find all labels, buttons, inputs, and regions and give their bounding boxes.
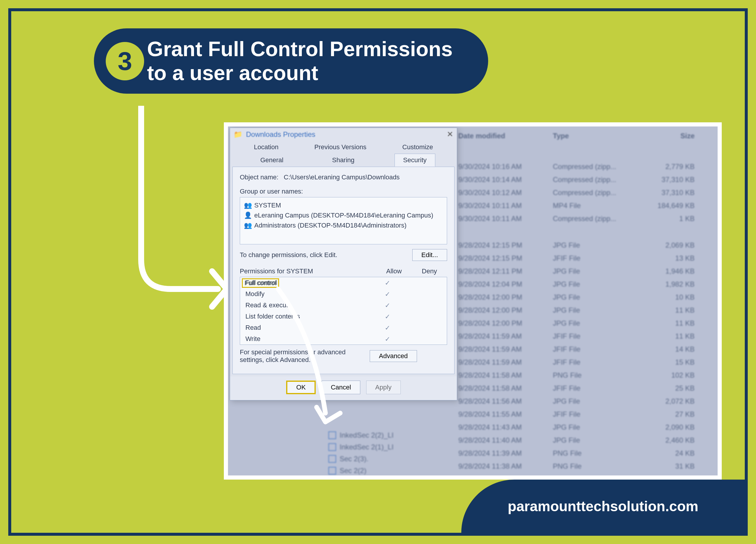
deny-checkbox[interactable] <box>420 279 427 286</box>
deny-checkbox[interactable] <box>420 302 427 309</box>
screenshot-panel: Date modified Type Size 9/30/2024 10:16 … <box>224 122 722 480</box>
file-icon <box>328 455 336 463</box>
col-deny: Deny <box>412 267 447 275</box>
security-tab-body: Object name: C:\Users\eLeraning Campus\D… <box>232 167 454 374</box>
deny-checkbox[interactable] <box>420 313 427 320</box>
explorer-file-item[interactable]: Sec 2(1) <box>328 477 394 480</box>
infographic-frame: 3 Grant Full Control Permissions to a us… <box>8 8 748 536</box>
dialog-footer: OK Cancel Apply <box>230 377 457 400</box>
explorer-row: 9/28/2024 11:59 AMJFIF File11 KB <box>458 330 709 343</box>
footer-banner: paramounttechsolution.com <box>461 480 745 533</box>
group-item[interactable]: 👥Administrators (DESKTOP-5M4D184\Adminis… <box>244 220 443 230</box>
file-icon <box>328 443 336 451</box>
step-title-line1: Grant Full Control Permissions <box>147 38 453 61</box>
explorer-row: 9/30/2024 10:11 AMCompressed (zipp...1 K… <box>458 212 709 225</box>
allow-checkbox[interactable]: ✓ <box>385 302 392 309</box>
dialog-titlebar: 📁 Downloads Properties ✕ <box>230 128 457 141</box>
step-header: 3 Grant Full Control Permissions to a us… <box>94 28 488 94</box>
col-allow: Allow <box>376 267 412 275</box>
explorer-row: 9/28/2024 11:38 AMPNG File78 KB <box>458 473 709 480</box>
explorer-row: 9/28/2024 11:38 AMPNG File31 KB <box>458 460 709 473</box>
ok-button[interactable]: OK <box>286 381 316 394</box>
advanced-button[interactable]: Advanced <box>370 350 417 362</box>
group-item[interactable]: 👥SYSTEM <box>244 200 443 210</box>
dialog-title-text: Downloads Properties <box>246 130 315 139</box>
explorer-row: 9/28/2024 11:40 AMJPG File2,460 KB <box>458 434 709 447</box>
object-name-label: Object name: <box>240 173 278 181</box>
tab-previous-versions[interactable]: Previous Versions <box>306 141 375 154</box>
properties-dialog: 📁 Downloads Properties ✕ LocationPreviou… <box>230 128 457 400</box>
explorer-row: 9/28/2024 12:11 PMJPG File1,946 KB <box>458 265 709 278</box>
tab-customize[interactable]: Customize <box>394 141 441 154</box>
tab-sharing[interactable]: Sharing <box>323 154 363 167</box>
group-user-list[interactable]: 👥SYSTEM👤eLeraning Campus (DESKTOP-5M4D18… <box>240 197 447 244</box>
explorer-row: 9/28/2024 12:15 PMJFIF File13 KB <box>458 252 709 265</box>
deny-checkbox[interactable] <box>420 324 427 331</box>
file-icon <box>328 479 336 480</box>
explorer-file-item[interactable]: Sec 2(2) <box>328 465 394 477</box>
explorer-row: 9/30/2024 10:11 AMMP4 File184,649 KB <box>458 199 709 212</box>
user-icon: 👤 <box>244 212 251 219</box>
explorer-filenames: InkedSec 2(2)_LIInkedSec 2(1)_LISec 2(3)… <box>328 429 394 480</box>
explorer-row: 9/28/2024 12:00 PMJPG File11 KB <box>458 304 709 317</box>
deny-checkbox[interactable] <box>420 291 427 298</box>
explorer-row: 9/28/2024 11:43 AMJPG File2,090 KB <box>458 421 709 434</box>
allow-checkbox[interactable]: ✓ <box>385 279 392 286</box>
group-icon: 👥 <box>244 202 251 209</box>
file-icon <box>328 431 336 439</box>
permission-row: Modify ✓ <box>240 289 447 300</box>
explorer-columns: Date modified Type Size <box>458 129 709 142</box>
permission-row: Read & execute ✓ <box>240 300 447 311</box>
explorer-row: 9/28/2024 11:59 AMJFIF File15 KB <box>458 356 709 369</box>
explorer-row: 9/28/2024 11:55 AMJFIF File27 KB <box>458 408 709 421</box>
object-name-value: C:\Users\eLeraning Campus\Downloads <box>284 173 400 181</box>
group-icon: 👥 <box>244 222 251 229</box>
step-title-line2: to a user account <box>147 61 318 84</box>
explorer-row: 9/30/2024 10:12 AMCompressed (zipp...37,… <box>458 186 709 199</box>
group-item[interactable]: 👤eLeraning Campus (DESKTOP-5M4D184\eLera… <box>244 210 443 220</box>
cancel-button[interactable]: Cancel <box>322 381 360 394</box>
col-date-modified: Date modified <box>458 132 541 140</box>
file-icon <box>328 467 336 475</box>
allow-checkbox[interactable]: ✓ <box>385 336 392 343</box>
tab-security[interactable]: Security <box>395 154 435 167</box>
explorer-row: 9/28/2024 12:04 PMJPG File1,982 KB <box>458 278 709 291</box>
permissions-for-label: Permissions for SYSTEM <box>240 267 376 275</box>
explorer-row: 9/28/2024 12:00 PMJPG File10 KB <box>458 291 709 304</box>
tab-general[interactable]: General <box>252 154 292 167</box>
step-title: Grant Full Control Permissions to a user… <box>147 37 453 85</box>
col-type: Type <box>553 132 630 140</box>
edit-hint: To change permissions, click Edit. <box>240 251 337 259</box>
explorer-row: 9/28/2024 12:00 PMJPG File11 KB <box>458 317 709 330</box>
explorer-row: 9/28/2024 12:15 PMJPG File2,069 KB <box>458 239 709 252</box>
permission-row: Read ✓ <box>240 322 447 333</box>
allow-checkbox[interactable]: ✓ <box>385 291 392 298</box>
allow-checkbox[interactable]: ✓ <box>385 324 392 331</box>
edit-button[interactable]: Edit... <box>412 249 447 261</box>
col-size: Size <box>641 132 695 140</box>
close-icon[interactable]: ✕ <box>447 130 453 139</box>
tab-location[interactable]: Location <box>245 141 287 154</box>
footer-url: paramounttechsolution.com <box>508 498 698 514</box>
explorer-row: 9/30/2024 10:16 AMCompressed (zipp...2,7… <box>458 160 709 173</box>
explorer-row: 9/28/2024 11:59 AMJFIF File14 KB <box>458 343 709 356</box>
advanced-hint: For special permissions or advanced sett… <box>240 349 370 364</box>
explorer-row: 9/30/2024 10:14 AMCompressed (zipp...37,… <box>458 173 709 186</box>
explorer-row: 9/28/2024 11:56 AMJPG File2,072 KB <box>458 395 709 408</box>
explorer-file-item[interactable]: Sec 2(3). <box>328 453 394 465</box>
folder-icon: 📁 <box>234 130 242 139</box>
permissions-list[interactable]: Full control Full control ✓ Modify ✓ Rea… <box>240 277 447 345</box>
apply-button[interactable]: Apply <box>366 381 401 394</box>
permission-row: Full control ✓ <box>240 277 447 289</box>
explorer-row: 9/28/2024 11:58 AMJFIF File25 KB <box>458 382 709 395</box>
explorer-row: 9/28/2024 11:39 AMPNG File24 KB <box>458 447 709 460</box>
tab-strip: LocationPrevious VersionsCustomize Gener… <box>230 141 457 167</box>
allow-checkbox[interactable]: ✓ <box>385 313 392 320</box>
explorer-file-item[interactable]: InkedSec 2(1)_LI <box>328 441 394 453</box>
step-number-badge: 3 <box>106 42 144 80</box>
explorer-file-item[interactable]: InkedSec 2(2)_LI <box>328 429 394 441</box>
guide-arrow-icon <box>123 106 236 330</box>
permission-row: Write ✓ <box>240 333 447 345</box>
group-label: Group or user names: <box>240 186 447 197</box>
deny-checkbox[interactable] <box>420 336 427 343</box>
